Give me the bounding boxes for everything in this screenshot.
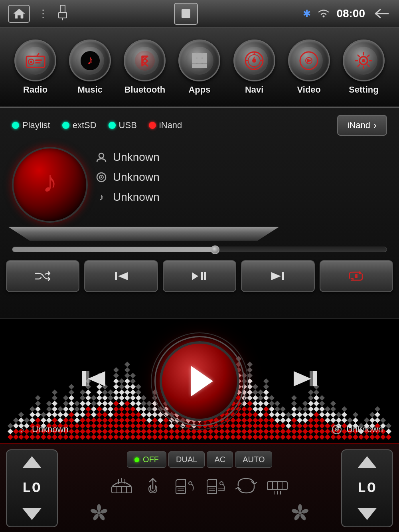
body-heat-button[interactable]: [139, 474, 167, 498]
playlist-radio-dot: [12, 122, 19, 129]
auto-label: AUTO: [243, 455, 265, 464]
climate-dual-button[interactable]: DUAL: [168, 451, 205, 468]
setting-icon: [350, 47, 377, 75]
nav-label-apps: Apps: [188, 85, 210, 95]
svg-marker-59: [359, 271, 362, 274]
svg-line-42: [358, 55, 360, 57]
climate-bar: LO OFF DUAL AC AUTO: [0, 443, 399, 532]
climate-center: OFF DUAL AC AUTO: [62, 449, 337, 527]
svg-rect-57: [282, 272, 284, 280]
dual-label: DUAL: [176, 455, 197, 464]
nav-label-video: Video: [297, 85, 321, 95]
visualizer-next-button[interactable]: [291, 368, 319, 395]
nav-item-music[interactable]: ♪ Music: [69, 40, 111, 95]
svg-rect-1: [60, 5, 65, 12]
nav-item-video[interactable]: Video: [288, 40, 330, 95]
status-bar: ⋮ ✱ 08:00: [0, 0, 399, 28]
svg-point-86: [220, 482, 223, 485]
track-display: ♪ Unknown Unknown ♪: [0, 143, 399, 227]
usb-button[interactable]: [56, 4, 69, 23]
album-platform: [8, 227, 279, 241]
climate-auto-button[interactable]: AUTO: [235, 451, 272, 468]
svg-marker-111: [358, 508, 377, 520]
status-right: ✱ 08:00: [303, 5, 391, 23]
off-indicator: [134, 457, 139, 462]
left-temp-down-button[interactable]: [10, 505, 54, 523]
visualizer-prev-button[interactable]: [80, 368, 108, 395]
right-temp-up-button[interactable]: [345, 453, 389, 471]
left-fan-button[interactable]: [90, 504, 108, 525]
svg-rect-65: [313, 371, 317, 386]
climate-off-button[interactable]: OFF: [127, 451, 167, 468]
album-icon: [96, 172, 107, 183]
svg-rect-22: [192, 63, 197, 68]
svg-point-103: [90, 508, 98, 514]
nav-item-apps[interactable]: Apps: [178, 40, 220, 95]
right-fan-button[interactable]: [291, 504, 309, 525]
music-icon-circle: ♪: [69, 40, 111, 81]
air-recirculate-button[interactable]: [232, 474, 260, 498]
nav-item-radio[interactable]: Radio: [14, 40, 56, 95]
source-inand[interactable]: iNand: [149, 120, 182, 131]
artist-value: Unknown: [113, 151, 160, 164]
track-info: Unknown Unknown ♪ Unknown: [96, 147, 160, 204]
defrost-rear-button[interactable]: [263, 474, 291, 498]
ac-label: AC: [214, 455, 225, 464]
svg-point-104: [298, 511, 302, 514]
nav-item-navi[interactable]: Navi: [233, 40, 275, 95]
seat-heat-front-button[interactable]: [170, 474, 198, 498]
next-button[interactable]: [241, 260, 314, 292]
svg-marker-58: [271, 272, 281, 280]
svg-rect-20: [197, 58, 202, 63]
shuffle-button[interactable]: [6, 260, 79, 292]
artist-icon: [96, 152, 107, 163]
left-temp-up-button[interactable]: [10, 453, 54, 471]
repeat-button[interactable]: [320, 260, 393, 292]
source-extsd[interactable]: extSD: [62, 120, 97, 131]
navi-icon-circle: [233, 40, 275, 81]
svg-marker-35: [307, 59, 312, 63]
svg-rect-67: [310, 371, 313, 386]
menu-button[interactable]: ⋮: [38, 8, 48, 20]
svg-rect-52: [115, 272, 117, 280]
nav-item-bluetooth[interactable]: Bluetooth: [124, 40, 166, 95]
nav-item-setting[interactable]: Setting: [343, 40, 385, 95]
source-bar: Playlist extSD USB iNand iNand ›: [0, 108, 399, 143]
svg-line-44: [367, 55, 369, 57]
svg-point-71: [336, 429, 338, 430]
right-temp-down-button[interactable]: [345, 505, 389, 523]
nav-label-navi: Navi: [245, 85, 263, 95]
progress-fill: [12, 247, 218, 252]
inand-source-button[interactable]: iNand ›: [337, 115, 387, 136]
svg-rect-10: [35, 62, 41, 63]
svg-rect-55: [201, 272, 203, 280]
svg-marker-73: [22, 508, 41, 520]
visualizer-play-button[interactable]: [160, 341, 239, 421]
home-button[interactable]: [8, 5, 30, 23]
navi-icon: [240, 47, 268, 75]
source-usb[interactable]: USB: [109, 120, 137, 131]
svg-rect-6: [26, 56, 45, 67]
back-button[interactable]: [371, 5, 391, 23]
artist-row: Unknown: [96, 151, 160, 164]
chevron-right-icon: ›: [373, 120, 377, 131]
bluetooth-icon-circle: [124, 40, 166, 81]
play-pause-button[interactable]: [163, 260, 236, 292]
climate-ac-button[interactable]: AC: [207, 451, 233, 468]
svg-text:♪: ♪: [99, 192, 104, 202]
inand-radio-dot: [149, 122, 156, 129]
source-playlist[interactable]: Playlist: [12, 120, 50, 131]
seat-heat-rear-button[interactable]: [201, 474, 229, 498]
stop-button[interactable]: [174, 3, 198, 25]
album-art: ♪: [12, 147, 88, 223]
prev-button[interactable]: [84, 260, 158, 292]
right-temp-control: LO: [341, 449, 393, 527]
status-time: 08:00: [336, 7, 365, 20]
svg-rect-81: [176, 487, 186, 494]
usb-radio-dot: [109, 122, 116, 129]
defrost-front-button[interactable]: [108, 474, 136, 498]
svg-marker-54: [192, 272, 198, 280]
svg-rect-16: [192, 53, 197, 58]
video-icon-circle: [288, 40, 330, 81]
progress-track[interactable]: [12, 247, 387, 252]
